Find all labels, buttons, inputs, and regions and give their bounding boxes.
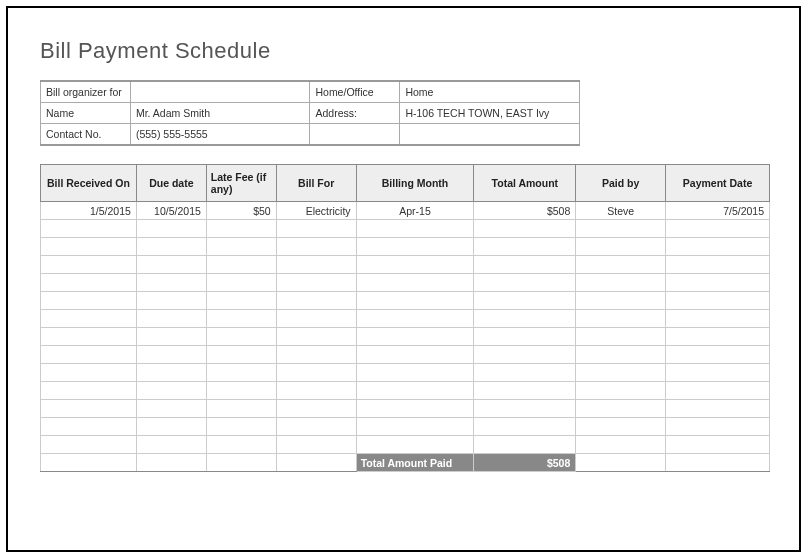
total-row: Total Amount Paid $508 [41,454,770,472]
col-billing-month: Billing Month [356,165,474,202]
table-row [41,364,770,382]
table-row [41,418,770,436]
contact-label: Contact No. [41,124,131,146]
total-value: $508 [474,454,576,472]
table-row: 1/5/2015 10/5/2015 $50 Electricity Apr-1… [41,202,770,220]
table-row [41,346,770,364]
page-title: Bill Payment Schedule [40,38,767,64]
table-row [41,400,770,418]
homeoffice-value: Home [400,81,580,103]
homeoffice-label: Home/Office [310,81,400,103]
cell-total-amount: $508 [474,202,576,220]
col-late-fee: Late Fee (if any) [206,165,276,202]
table-row [41,220,770,238]
table-row [41,292,770,310]
schedule-table: Bill Received On Due date Late Fee (if a… [40,164,770,472]
col-total-amount: Total Amount [474,165,576,202]
col-payment-date: Payment Date [666,165,770,202]
info-table: Bill organizer for Home/Office Home Name… [40,80,580,146]
table-row [41,256,770,274]
organizer-label: Bill organizer for [41,81,131,103]
table-row [41,274,770,292]
cell-payment-date: 7/5/2015 [666,202,770,220]
cell-paid-by: Steve [576,202,666,220]
table-row [41,382,770,400]
address-label: Address: [310,103,400,124]
organizer-value [130,81,310,103]
cell-billing-month: Apr-15 [356,202,474,220]
empty-value [400,124,580,146]
table-row [41,436,770,454]
total-label: Total Amount Paid [356,454,474,472]
table-row [41,238,770,256]
cell-bill-for: Electricity [276,202,356,220]
cell-due-date: 10/5/2015 [136,202,206,220]
address-value: H-106 TECH TOWN, EAST Ivy [400,103,580,124]
page-container: Bill Payment Schedule Bill organizer for… [6,6,801,552]
table-header-row: Bill Received On Due date Late Fee (if a… [41,165,770,202]
col-due-date: Due date [136,165,206,202]
col-bill-for: Bill For [276,165,356,202]
name-value: Mr. Adam Smith [130,103,310,124]
table-row [41,328,770,346]
col-bill-received: Bill Received On [41,165,137,202]
contact-value: (555) 555-5555 [130,124,310,146]
empty-label [310,124,400,146]
col-paid-by: Paid by [576,165,666,202]
cell-bill-received: 1/5/2015 [41,202,137,220]
cell-late-fee: $50 [206,202,276,220]
name-label: Name [41,103,131,124]
table-row [41,310,770,328]
